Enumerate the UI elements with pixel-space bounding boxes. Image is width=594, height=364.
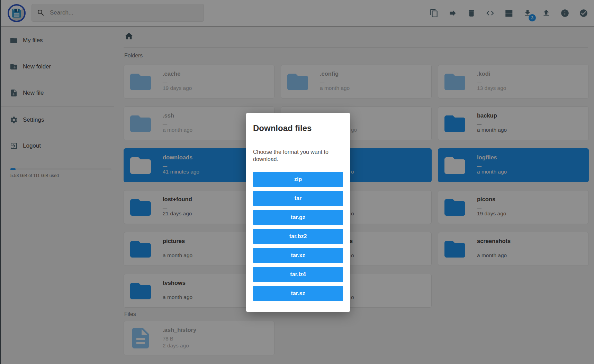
format-tar-xz-button[interactable]: tar.xz	[253, 248, 343, 263]
dialog-title: Download files	[253, 123, 343, 133]
format-zip-button[interactable]: zip	[253, 172, 343, 187]
format-tar-button[interactable]: tar	[253, 191, 343, 206]
dialog-description: Choose the format you want to download.	[253, 148, 343, 163]
format-tar-gz-button[interactable]: tar.gz	[253, 210, 343, 225]
filebrowser-app: 3 My files New folder New file	[0, 0, 594, 364]
format-tar-bz2-button[interactable]: tar.bz2	[253, 229, 343, 244]
download-files-dialog: Download files Choose the format you wan…	[246, 113, 350, 312]
format-button-list: ziptartar.gztar.bz2tar.xztar.lz4tar.sz	[253, 172, 343, 301]
format-tar-sz-button[interactable]: tar.sz	[253, 286, 343, 301]
format-tar-lz4-button[interactable]: tar.lz4	[253, 267, 343, 282]
